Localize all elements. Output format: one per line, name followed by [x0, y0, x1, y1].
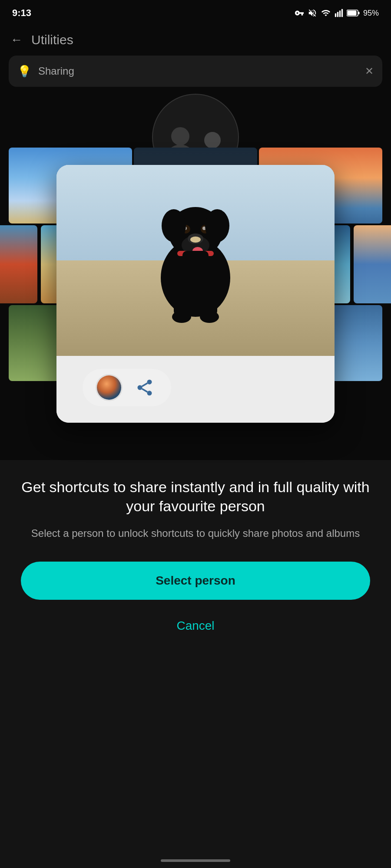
- svg-point-17: [205, 209, 229, 242]
- search-text: Sharing: [38, 65, 358, 77]
- search-bar[interactable]: 💡 Sharing ✕: [9, 56, 382, 87]
- svg-point-11: [190, 237, 201, 243]
- battery-percentage: 95%: [363, 9, 379, 18]
- svg-rect-0: [335, 13, 336, 17]
- floating-dog-card: [56, 165, 335, 423]
- top-nav: ← Utilities: [0, 24, 391, 56]
- card-action-bar: [83, 369, 171, 406]
- svg-point-27: [138, 385, 142, 390]
- svg-line-29: [142, 389, 148, 392]
- close-icon[interactable]: ✕: [365, 65, 374, 77]
- battery-icon: [347, 9, 360, 17]
- svg-line-30: [142, 383, 148, 386]
- svg-rect-3: [341, 9, 343, 17]
- status-time: 9:13: [12, 7, 31, 19]
- select-person-button[interactable]: Select person: [21, 562, 370, 600]
- dog-illustration: [130, 165, 261, 347]
- status-icons: 95%: [295, 8, 379, 18]
- page-title: Utilities: [31, 33, 73, 47]
- bulb-icon: 💡: [17, 65, 31, 78]
- svg-point-26: [147, 380, 152, 385]
- photo-item: [354, 225, 391, 303]
- key-icon: [295, 8, 304, 18]
- share-icon: [135, 378, 154, 397]
- photo-item: [0, 225, 37, 303]
- signal-icon: [335, 8, 343, 18]
- svg-rect-2: [339, 10, 341, 17]
- share-icon-btn[interactable]: [131, 374, 158, 401]
- headline-text: Get shortcuts to share instantly and in …: [21, 477, 370, 516]
- svg-rect-25: [182, 251, 209, 264]
- wifi-icon: [321, 8, 331, 18]
- dog-photo: [56, 165, 335, 356]
- svg-rect-5: [347, 11, 356, 16]
- back-button[interactable]: ←: [10, 33, 23, 47]
- svg-rect-20: [174, 291, 189, 317]
- status-bar: 9:13 95%: [0, 0, 391, 24]
- bottom-content: Get shortcuts to share instantly and in …: [0, 460, 391, 868]
- home-indicator: [161, 859, 230, 862]
- subtext: Select a person to unlock shortcuts to q…: [21, 526, 370, 541]
- svg-rect-1: [337, 12, 338, 17]
- svg-point-28: [147, 391, 152, 395]
- mute-icon: [308, 8, 317, 18]
- cancel-button[interactable]: Cancel: [21, 610, 370, 641]
- svg-point-16: [162, 209, 186, 242]
- person-avatar: [96, 374, 123, 401]
- svg-rect-6: [358, 12, 359, 14]
- svg-rect-21: [202, 291, 217, 317]
